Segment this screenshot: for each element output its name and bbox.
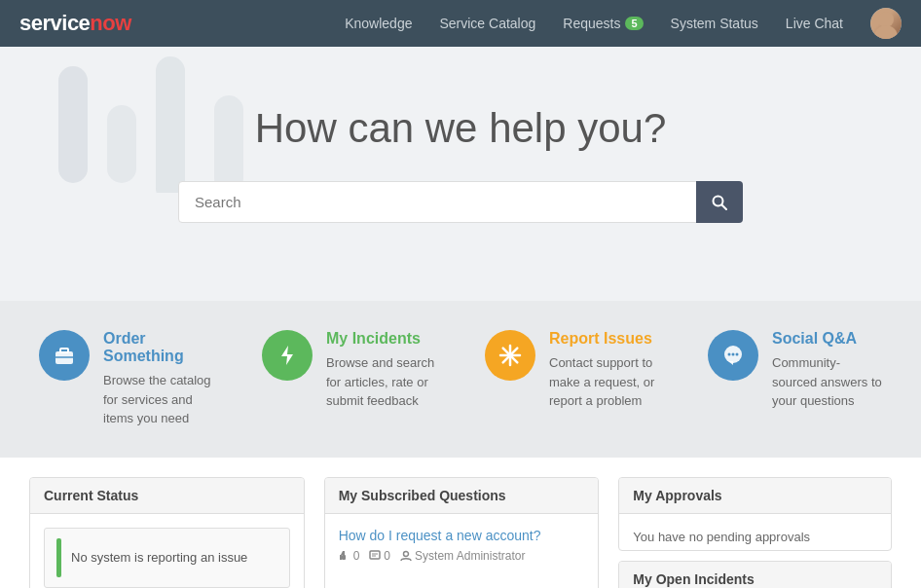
- svg-rect-33: [370, 551, 380, 559]
- category-my-incidents[interactable]: My Incidents Browse and search for artic…: [262, 330, 436, 411]
- order-something-icon: [39, 330, 90, 381]
- my-incidents-desc: Browse and search for articles, rate or …: [326, 353, 436, 411]
- thumbs-up-icon: [339, 550, 350, 562]
- navbar: servicenow Knowledge Service Catalog Req…: [0, 0, 921, 47]
- hero-section: How can we help you?: [0, 47, 921, 301]
- svg-point-0: [878, 12, 894, 27]
- my-incidents-content: My Incidents Browse and search for artic…: [326, 330, 436, 411]
- author-name: System Administrator: [415, 549, 525, 563]
- author-meta: System Administrator: [400, 549, 525, 563]
- comment-icon: [369, 550, 381, 562]
- social-qa-desc: Community-sourced answers to your questi…: [772, 353, 882, 411]
- nav-knowledge[interactable]: Knowledge: [345, 16, 412, 31]
- search-icon: [712, 195, 727, 210]
- my-approvals-body: You have no pending approvals: [619, 514, 891, 551]
- svg-rect-32: [342, 555, 346, 560]
- nav-live-chat[interactable]: Live Chat: [786, 16, 843, 31]
- status-indicator-green: [56, 538, 61, 577]
- search-input[interactable]: [178, 181, 743, 223]
- social-qa-content: Social Q&A Community-sourced answers to …: [772, 330, 882, 411]
- social-qa-icon: [708, 330, 758, 381]
- category-social-qa[interactable]: Social Q&A Community-sourced answers to …: [708, 330, 882, 411]
- subscribed-questions-body: How do I request a new account? 0: [325, 514, 599, 576]
- svg-line-17: [722, 204, 727, 209]
- approvals-message: You have no pending approvals: [633, 530, 810, 544]
- svg-marker-21: [281, 346, 293, 365]
- my-approvals-header: My Approvals: [619, 478, 891, 514]
- answers-meta: 0: [369, 549, 390, 563]
- nav-system-status[interactable]: System Status: [671, 16, 758, 31]
- report-issues-content: Report Issues Contact support to make a …: [549, 330, 659, 411]
- svg-point-30: [736, 353, 739, 356]
- svg-rect-31: [340, 555, 342, 560]
- status-message: No system is reporting an issue: [71, 550, 247, 565]
- current-status-header: Current Status: [30, 478, 304, 514]
- report-issues-icon: [485, 330, 535, 381]
- order-something-desc: Browse the catalog for services and item…: [103, 371, 213, 428]
- category-report-issues[interactable]: Report Issues Contact support to make a …: [485, 330, 659, 411]
- order-something-title: Order Something: [103, 330, 213, 365]
- avatar[interactable]: [870, 8, 902, 39]
- svg-rect-19: [60, 349, 68, 352]
- my-incidents-title: My Incidents: [326, 330, 436, 348]
- status-bar: No system is reporting an issue: [44, 528, 290, 588]
- search-button[interactable]: [696, 181, 743, 223]
- my-incidents-icon: [262, 330, 313, 381]
- vote-count: 0: [353, 549, 360, 563]
- navbar-links: Knowledge Service Catalog Requests 5 Sys…: [345, 8, 902, 39]
- report-issues-title: Report Issues: [549, 330, 659, 348]
- nav-requests[interactable]: Requests 5: [563, 16, 643, 31]
- panel-current-status: Current Status No system is reporting an…: [29, 477, 305, 589]
- bottom-panels: Current Status No system is reporting an…: [0, 458, 921, 589]
- svg-point-28: [728, 353, 731, 356]
- svg-point-29: [732, 353, 735, 356]
- subscribed-questions-header: My Subscribed Questions: [325, 478, 599, 514]
- logo-accent: now: [90, 11, 131, 35]
- category-order-something[interactable]: Order Something Browse the catalog for s…: [39, 330, 213, 428]
- answer-count: 0: [384, 549, 390, 563]
- nav-service-catalog[interactable]: Service Catalog: [439, 16, 535, 31]
- order-something-content: Order Something Browse the catalog for s…: [103, 330, 213, 428]
- panel-my-approvals: My Approvals You have no pending approva…: [618, 477, 892, 551]
- panel-my-open-incidents: My Open Incidents: [618, 561, 892, 589]
- search-bar: [178, 181, 743, 223]
- subscribed-meta: 0 0 System Administrator: [339, 549, 585, 563]
- panel-subscribed-questions: My Subscribed Questions How do I request…: [324, 477, 600, 589]
- user-icon: [400, 550, 412, 562]
- categories-section: Order Something Browse the catalog for s…: [0, 301, 921, 458]
- subscribed-question-link[interactable]: How do I request a new account?: [339, 528, 585, 543]
- hero-title: How can we help you?: [19, 105, 902, 152]
- report-issues-desc: Contact support to make a request, or re…: [549, 353, 659, 411]
- votes-meta: 0: [339, 549, 360, 563]
- my-open-incidents-header: My Open Incidents: [619, 562, 891, 589]
- logo[interactable]: servicenow: [19, 11, 131, 36]
- logo-brand: service: [19, 11, 90, 35]
- logo-text: servicenow: [19, 11, 131, 36]
- requests-count-badge: 5: [625, 17, 643, 30]
- svg-point-36: [404, 551, 409, 556]
- svg-point-1: [874, 25, 898, 39]
- current-status-body: No system is reporting an issue More inf…: [30, 514, 304, 589]
- avatar-image: [870, 8, 902, 39]
- social-qa-title: Social Q&A: [772, 330, 882, 348]
- requests-badge: Requests 5: [563, 16, 643, 31]
